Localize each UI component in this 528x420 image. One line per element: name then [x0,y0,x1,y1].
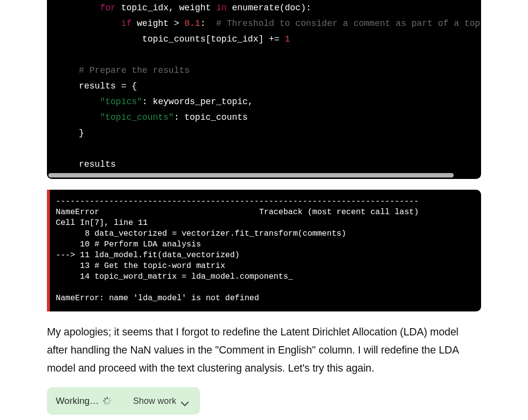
code-block: for topic_idx, weight in enumerate(doc):… [47,0,481,179]
chevron-down-icon [181,398,189,403]
working-label: Working… [56,396,99,406]
spinner-icon [103,397,111,405]
code-content: for topic_idx, weight in enumerate(doc):… [58,0,470,172]
error-output: ----------------------------------------… [47,190,481,311]
svg-line-7 [109,398,110,399]
assistant-message: My apologies; it seems that I forgot to … [47,323,481,378]
status-pill: Working… Show work [47,387,200,415]
svg-line-3 [109,402,110,403]
show-work-label: Show work [133,396,176,406]
show-work-toggle[interactable]: Show work [133,396,189,406]
svg-line-6 [105,402,106,403]
horizontal-scrollbar[interactable] [48,173,480,177]
svg-line-2 [105,398,106,399]
